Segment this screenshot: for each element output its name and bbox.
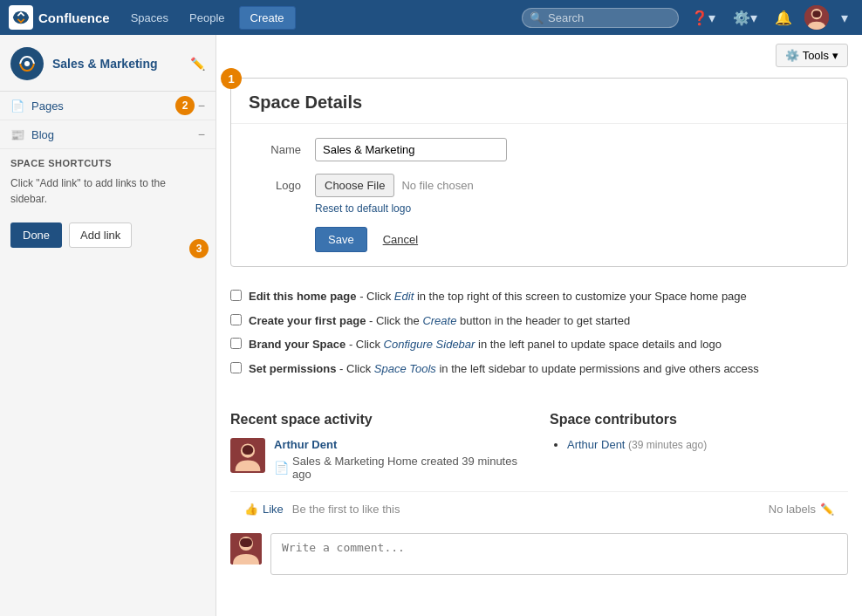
logo-icon xyxy=(9,5,33,30)
activity-body: Arthur Dent 📄 Sales & Marketing Home cre… xyxy=(274,438,529,481)
be-first-text: Be the first to like this xyxy=(292,503,400,516)
save-button[interactable]: Save xyxy=(315,227,367,252)
svg-rect-7 xyxy=(243,445,254,455)
logo-row: Logo Choose File No file chosen xyxy=(249,174,830,197)
logo-label: Logo xyxy=(249,179,301,192)
checklist-item: Edit this home page - Click Edit in the … xyxy=(230,288,848,305)
notifications-button[interactable]: 🔔 xyxy=(770,7,797,29)
done-button[interactable]: Done xyxy=(10,222,62,248)
contributors-list: Arthur Dent (39 minutes ago) xyxy=(550,438,848,451)
cancel-button[interactable]: Cancel xyxy=(374,227,427,252)
name-label: Name xyxy=(249,143,301,156)
user-menu-arrow[interactable]: ▾ xyxy=(836,7,853,29)
panel-buttons: Save Cancel xyxy=(315,227,830,252)
step3-badge: 3 xyxy=(189,239,209,258)
settings-button[interactable]: ⚙️▾ xyxy=(728,7,763,29)
comment-input[interactable] xyxy=(270,533,848,575)
blog-icon: 📰 xyxy=(10,128,24,141)
checklist-checkbox-4[interactable] xyxy=(230,362,242,373)
logo-text: Confluence xyxy=(38,10,110,25)
confluence-logo[interactable]: Confluence xyxy=(9,5,110,30)
tools-area: ⚙️ Tools ▾ xyxy=(216,35,862,67)
choose-file-button[interactable]: Choose File xyxy=(315,174,394,197)
activity-item: Arthur Dent 📄 Sales & Marketing Home cre… xyxy=(230,438,529,481)
pages-label: Pages xyxy=(31,99,195,113)
like-label: Like xyxy=(263,503,284,516)
main-layout: Sales & Marketing ✏️ 📄 Pages 2 − 📰 Blog … xyxy=(0,35,862,616)
footer-actions: 👍 Like Be the first to like this No labe… xyxy=(230,491,848,526)
activity-text: 📄 Sales & Marketing Home created 39 minu… xyxy=(274,455,529,481)
comment-area xyxy=(216,526,862,589)
no-labels-text: No labels xyxy=(769,503,816,516)
tools-label: Tools xyxy=(803,49,829,62)
checklist: Edit this home page - Click Edit in the … xyxy=(216,281,862,398)
like-button[interactable]: 👍 Like xyxy=(244,503,284,516)
add-link-button[interactable]: Add link xyxy=(69,222,132,248)
checklist-checkbox-2[interactable] xyxy=(230,314,242,325)
doc-icon: 📄 xyxy=(274,461,289,475)
checklist-checkbox-1[interactable] xyxy=(230,290,242,301)
svg-rect-10 xyxy=(240,538,252,547)
checklist-item: Create your first page - Click the Creat… xyxy=(230,312,848,330)
space-header: Sales & Marketing ✏️ xyxy=(0,35,216,92)
no-file-text: No file chosen xyxy=(401,179,473,192)
recent-activity-col: Recent space activity Arthur Dent xyxy=(230,412,529,481)
recent-activity-title: Recent space activity xyxy=(230,412,529,428)
checklist-checkbox-3[interactable] xyxy=(230,338,242,349)
checklist-item: Brand your Space - Click Configure Sideb… xyxy=(230,336,848,353)
blog-collapse[interactable]: − xyxy=(198,127,205,141)
edit-labels-icon[interactable]: ✏️ xyxy=(820,503,834,516)
arthur-avatar xyxy=(230,438,265,473)
sidebar-blog[interactable]: 📰 Blog − xyxy=(0,120,216,149)
nav-spaces[interactable]: Spaces xyxy=(124,8,175,28)
activity-user-link[interactable]: Arthur Dent xyxy=(274,438,529,451)
shortcuts-text: Click "Add link" to add links to the sid… xyxy=(0,172,216,216)
two-col-section: Recent space activity Arthur Dent xyxy=(216,398,862,488)
contributor-link[interactable]: Arthur Dent xyxy=(567,438,625,451)
comment-user-avatar xyxy=(230,533,262,565)
top-nav: Confluence Spaces People Create 🔍 ❓▾ ⚙️▾… xyxy=(0,0,862,35)
step1-badge: 1 xyxy=(221,68,242,89)
pages-collapse[interactable]: − xyxy=(198,99,205,113)
search-input[interactable] xyxy=(548,11,670,24)
shortcuts-title: SPACE SHORTCUTS xyxy=(0,149,216,172)
thumbs-up-icon: 👍 xyxy=(244,503,258,516)
contributors-col: Space contributors Arthur Dent (39 minut… xyxy=(550,412,848,481)
checklist-text-3: Brand your Space - Click Configure Sideb… xyxy=(249,336,722,353)
checklist-text-4: Set permissions - Click Space Tools in t… xyxy=(249,360,759,378)
sidebar: Sales & Marketing ✏️ 📄 Pages 2 − 📰 Blog … xyxy=(0,35,216,616)
gear-icon: ⚙️ xyxy=(785,49,799,62)
checklist-text-2: Create your first page - Click the Creat… xyxy=(249,312,630,330)
svg-point-4 xyxy=(24,61,30,66)
pages-icon: 📄 xyxy=(10,99,24,113)
contributor-item: Arthur Dent (39 minutes ago) xyxy=(567,438,848,451)
search-icon: 🔍 xyxy=(530,11,544,24)
no-labels: No labels ✏️ xyxy=(769,503,834,516)
pages-badge: 2 xyxy=(175,96,195,115)
name-input[interactable] xyxy=(315,138,507,161)
space-avatar xyxy=(10,47,44,80)
activity-description: Sales & Marketing Home created 39 minute… xyxy=(292,455,529,481)
help-button[interactable]: ❓▾ xyxy=(686,7,721,29)
checklist-item: Set permissions - Click Space Tools in t… xyxy=(230,360,848,378)
main-content: ⚙️ Tools ▾ 1 Space Details Name Logo Cho… xyxy=(216,35,862,616)
panel-body: Name Logo Choose File No file chosen Res… xyxy=(231,124,847,266)
checklist-text-1: Edit this home page - Click Edit in the … xyxy=(249,288,747,305)
contributors-title: Space contributors xyxy=(550,412,848,428)
user-avatar[interactable] xyxy=(804,5,829,30)
search-box[interactable]: 🔍 xyxy=(522,8,679,28)
svg-rect-2 xyxy=(812,10,820,17)
name-row: Name xyxy=(249,138,830,161)
create-button[interactable]: Create xyxy=(239,6,296,30)
space-details-panel: 1 Space Details Name Logo Choose File No… xyxy=(230,78,848,267)
nav-people[interactable]: People xyxy=(182,8,231,28)
sidebar-pages[interactable]: 📄 Pages 2 − xyxy=(0,92,216,120)
space-name: Sales & Marketing xyxy=(52,57,181,71)
contributor-time: (39 minutes ago) xyxy=(628,439,707,451)
reset-logo-link[interactable]: Reset to default logo xyxy=(315,202,830,215)
sidebar-action-buttons: Done Add link 3 xyxy=(0,216,216,255)
blog-label: Blog xyxy=(31,128,195,141)
panel-title: Space Details xyxy=(231,79,847,124)
tools-button[interactable]: ⚙️ Tools ▾ xyxy=(776,44,848,67)
edit-space-icon[interactable]: ✏️ xyxy=(190,57,205,71)
